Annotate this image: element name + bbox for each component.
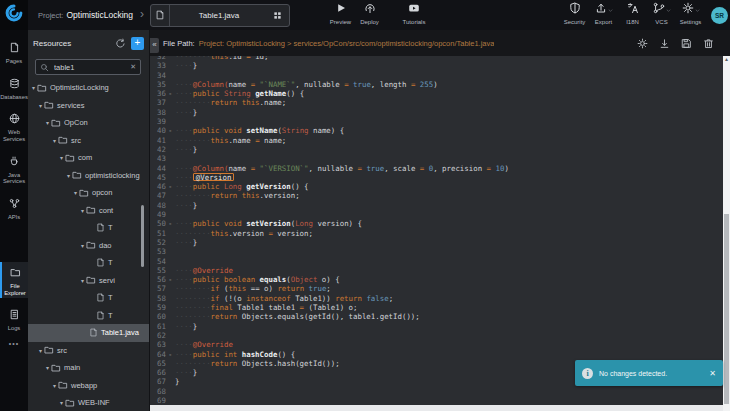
sidebar-item-java-services[interactable]: Java Services <box>0 151 28 187</box>
code-line-57[interactable]: 57········if (this == o) return true; <box>150 284 723 293</box>
code-editor[interactable]: 32········this.id = id;33····}3435····@C… <box>150 56 723 405</box>
code-line-42[interactable]: 42····} <box>150 145 723 154</box>
grid-icon[interactable] <box>268 11 286 20</box>
code-line-69[interactable]: 69 <box>150 396 723 405</box>
expand-arrow-icon[interactable]: ▾ <box>74 189 77 196</box>
search-input[interactable] <box>52 62 130 73</box>
code-line-51[interactable]: 51········this.version = version; <box>150 229 723 238</box>
code-line-37[interactable]: 37········return this.name; <box>150 98 723 107</box>
security-button[interactable]: Security <box>560 0 589 30</box>
tree-item-t[interactable]: T <box>28 254 150 272</box>
code-line-56[interactable]: 56-····public boolean equals(Object o) { <box>150 275 723 284</box>
settings-button[interactable]: Settings <box>676 0 705 30</box>
fold-marker[interactable]: - <box>166 350 175 359</box>
tree-item-t[interactable]: T <box>28 289 150 307</box>
expand-arrow-icon[interactable]: ▾ <box>46 119 49 126</box>
code-line-35[interactable]: 35····@Column(name = "`NAME`", nullable … <box>150 80 723 89</box>
code-line-59[interactable]: 59········final Table1 table1 = (Table1)… <box>150 303 723 312</box>
tree-item-cont[interactable]: ▾cont <box>28 202 150 220</box>
code-line-64[interactable]: 64-····public int hashCode() { <box>150 350 723 359</box>
tree-item-optimisticlocking[interactable]: ▾OptimisticLocking <box>28 79 150 97</box>
code-line-53[interactable]: 53 <box>150 247 723 256</box>
tree-item-t[interactable]: T <box>28 307 150 325</box>
tree-item-services[interactable]: ▾services <box>28 97 150 115</box>
tree-item-optimisticlocking[interactable]: ▾optimisticlocking <box>28 167 150 185</box>
tree-item-dao[interactable]: ▾dao <box>28 237 150 255</box>
code-line-54[interactable]: 54 <box>150 257 723 266</box>
sidebar-item-web-services[interactable]: Web Services <box>0 108 28 144</box>
code-line-55[interactable]: 55····@Override <box>150 266 723 275</box>
expand-arrow-icon[interactable]: ▾ <box>46 364 49 371</box>
code-line-63[interactable]: 63····@Override <box>150 340 723 349</box>
page-vertical-scrollbar[interactable]: ▲ <box>723 56 730 411</box>
code-line-50[interactable]: 50-····public void setVersion(Long versi… <box>150 219 723 228</box>
fold-marker[interactable]: - <box>166 89 175 98</box>
expand-arrow-icon[interactable]: ▾ <box>81 207 84 214</box>
expand-arrow-icon[interactable]: ▾ <box>39 347 42 354</box>
fold-marker[interactable]: - <box>166 275 175 284</box>
app-logo[interactable] <box>0 0 28 30</box>
sidebar-item-databases[interactable]: Databases <box>0 73 28 103</box>
clear-search-icon[interactable]: ✕ <box>130 63 136 71</box>
sidebar-item-file-explorer[interactable]: File Explorer <box>0 262 28 298</box>
toast-close-icon[interactable]: ✕ <box>709 369 716 378</box>
expand-arrow-icon[interactable]: ▾ <box>32 84 35 91</box>
code-line-61[interactable]: 61····} <box>150 322 723 331</box>
add-resource-button[interactable]: + <box>131 37 144 50</box>
code-line-46[interactable]: 46-····public Long getVersion() { <box>150 182 723 191</box>
preview-button[interactable]: Preview <box>326 0 355 30</box>
code-line-68[interactable]: 68 <box>150 387 723 396</box>
code-line-38[interactable]: 38····} <box>150 108 723 117</box>
expand-arrow-icon[interactable]: ▾ <box>53 382 56 389</box>
code-line-62[interactable]: 62 <box>150 331 723 340</box>
collapse-panel-button[interactable]: « <box>150 38 159 53</box>
tree-item-com[interactable]: ▾com <box>28 149 150 167</box>
expand-arrow-icon[interactable]: ▾ <box>53 137 56 144</box>
code-line-43[interactable]: 43 <box>150 154 723 163</box>
save-icon[interactable] <box>681 38 692 49</box>
code-line-58[interactable]: 58········if (!(o instanceof Table1)) re… <box>150 294 723 303</box>
tree-item-main[interactable]: ▾main <box>28 359 150 377</box>
deploy-button[interactable]: Deploy <box>355 0 384 30</box>
code-line-49[interactable]: 49 <box>150 210 723 219</box>
code-line-52[interactable]: 52····} <box>150 238 723 247</box>
download-icon[interactable] <box>659 38 670 49</box>
expand-arrow-icon[interactable]: ▾ <box>67 172 70 179</box>
sidebar-more-button[interactable]: ••• <box>9 340 19 347</box>
user-avatar[interactable]: SR <box>711 7 728 24</box>
sidebar-item-apis[interactable]: APIs <box>0 193 28 223</box>
code-line-36[interactable]: 36-····public String getName() { <box>150 89 723 98</box>
code-line-60[interactable]: 60········return Objects.equals(getId(),… <box>150 312 723 321</box>
vertical-scrollbar-thumb[interactable] <box>724 214 729 404</box>
fold-marker[interactable]: - <box>166 219 175 228</box>
scroll-up-arrow-icon[interactable]: ▲ <box>723 56 730 63</box>
code-line-40[interactable]: 40-····public void setName(String name) … <box>150 126 723 135</box>
expand-arrow-icon[interactable]: ▾ <box>60 399 63 406</box>
tree-item-table1-java[interactable]: Table1.java <box>28 324 150 342</box>
fold-marker[interactable]: - <box>166 182 175 191</box>
tree-item-opcon[interactable]: ▾opcon <box>28 184 150 202</box>
tree-item-src[interactable]: ▾src <box>28 132 150 150</box>
code-line-47[interactable]: 47········return this.version; <box>150 191 723 200</box>
code-line-41[interactable]: 41········this.name = name; <box>150 136 723 145</box>
tree-item-src[interactable]: ▾src <box>28 342 150 360</box>
tab-table1-java[interactable]: Table1.java <box>150 4 290 27</box>
expand-arrow-icon[interactable]: ▾ <box>39 102 42 109</box>
export-button[interactable]: Export <box>589 0 618 30</box>
tutorials-button[interactable]: Tutorials <box>392 0 436 30</box>
expand-arrow-icon[interactable]: ▾ <box>81 277 84 284</box>
code-line-45[interactable]: 45····@Version <box>150 173 723 182</box>
vcs-button[interactable]: VCS <box>647 0 676 30</box>
tree-item-webapp[interactable]: ▾webapp <box>28 377 150 395</box>
code-line-33[interactable]: 33····} <box>150 61 723 70</box>
tree-item-t[interactable]: T <box>28 219 150 237</box>
expand-arrow-icon[interactable]: ▾ <box>60 154 63 161</box>
tree-scrollbar-thumb[interactable] <box>141 205 144 267</box>
code-line-34[interactable]: 34 <box>150 71 723 80</box>
code-line-39[interactable]: 39 <box>150 117 723 126</box>
i18n-button[interactable]: I18N <box>618 0 647 30</box>
gear-icon[interactable] <box>637 38 648 49</box>
tree-item-web-inf[interactable]: ▾WEB-INF <box>28 394 150 411</box>
tree-item-servi[interactable]: ▾servi <box>28 272 150 290</box>
expand-arrow-icon[interactable]: ▾ <box>81 242 84 249</box>
